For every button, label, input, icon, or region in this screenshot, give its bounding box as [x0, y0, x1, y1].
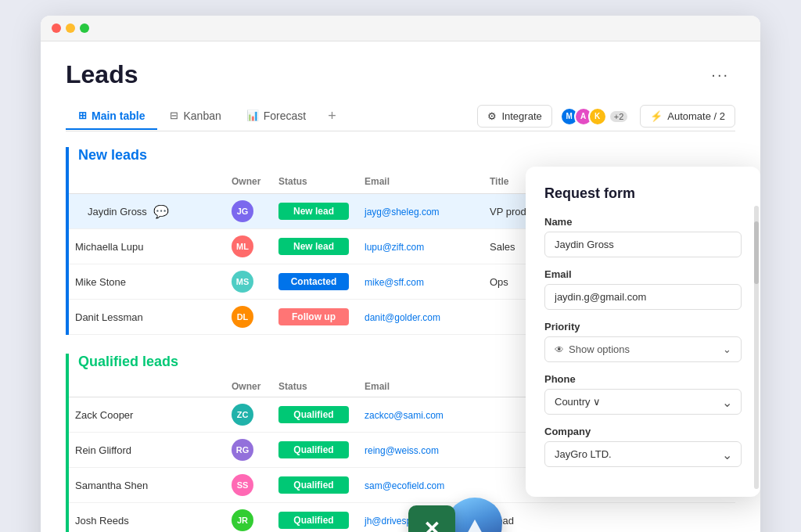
- email-form-group: Email: [544, 268, 742, 310]
- status-cell: New lead: [272, 194, 358, 229]
- name-cell: Michaella Lupu: [75, 241, 219, 253]
- country-select-wrapper: Country ∨ United States Israel Germany: [544, 389, 742, 415]
- row-name: Rein Glifford: [75, 444, 131, 456]
- status-badge: Qualified: [278, 476, 349, 494]
- automate-icon: ⚡: [650, 110, 663, 122]
- status-cell: Qualified: [272, 468, 358, 503]
- new-leads-title: New leads: [69, 147, 735, 164]
- email-cell: lupu@zift.com: [358, 229, 483, 264]
- name-cell: Rein Glifford: [75, 444, 219, 456]
- status-badge: Contacted: [278, 273, 349, 290]
- panel-title: Request form: [544, 185, 742, 202]
- email-link: lupu@zift.com: [365, 242, 424, 253]
- col-header-name: [69, 170, 225, 194]
- row-name: Mike Stone: [75, 276, 126, 288]
- avatar: JR: [232, 509, 253, 531]
- owner-cell: JG: [225, 194, 272, 229]
- more-options-button[interactable]: ···: [705, 63, 735, 87]
- tab-kanban[interactable]: ⊟ Kanban: [157, 103, 233, 130]
- email-link: mike@sff.com: [365, 277, 424, 288]
- status-cell: Contacted: [272, 264, 358, 300]
- integrate-button[interactable]: ⚙ Integrate: [477, 105, 551, 128]
- col-header-name: [69, 376, 225, 397]
- owner-cell: MS: [225, 264, 272, 300]
- name-form-group: Name: [544, 216, 742, 257]
- name-cell: Danit Lessman: [75, 311, 219, 323]
- company-select-wrapper: JayGro LTD. Sheleg Other: [544, 441, 742, 467]
- row-name-cell: Zack Cooper: [69, 397, 225, 433]
- forecast-icon: 📊: [246, 110, 259, 121]
- phone-form-group: Phone Country ∨ United States Israel Ger…: [544, 373, 742, 415]
- tab-main-table[interactable]: ⊞ Main table: [66, 103, 157, 130]
- eye-icon: 👁: [555, 344, 564, 355]
- name-cell: Josh Reeds: [75, 515, 219, 527]
- row-name-cell: Mike Stone: [69, 264, 225, 300]
- name-cell: Zack Cooper: [75, 409, 219, 421]
- row-name-cell: Samantha Shen: [69, 468, 225, 503]
- country-select[interactable]: Country ∨ United States Israel Germany: [544, 389, 742, 415]
- tab-forecast[interactable]: 📊 Forecast: [234, 103, 318, 130]
- request-form-panel: Request form Name Email Priority 👁 Show …: [526, 167, 760, 497]
- minimize-button[interactable]: [66, 23, 75, 33]
- maximize-button[interactable]: [80, 23, 89, 33]
- badge-count: +2: [610, 111, 628, 122]
- company-label: Company: [544, 426, 742, 437]
- close-button[interactable]: [52, 23, 61, 33]
- row-name: Michaella Lupu: [75, 241, 143, 253]
- email-cell: jayg@sheleg.com: [358, 194, 483, 229]
- automate-button[interactable]: ⚡ Automate / 2: [640, 105, 735, 128]
- title-bar: [41, 16, 760, 41]
- chat-icon: 💬: [153, 204, 169, 219]
- status-badge: New lead: [278, 203, 349, 220]
- email-link: danit@golder.com: [365, 312, 440, 323]
- user-badges: M A K +2: [565, 107, 628, 126]
- scrollbar: [754, 206, 759, 489]
- excel-icon: ✕: [408, 505, 455, 532]
- row-name: Jaydin Gross: [88, 206, 147, 217]
- title-cell: Head: [483, 503, 735, 533]
- email-cell: zackco@sami.com: [358, 397, 483, 433]
- monday-icon: [447, 498, 502, 532]
- avatar: JG: [232, 200, 253, 222]
- floating-icons-area: ✕: [408, 498, 502, 532]
- owner-cell: ML: [225, 229, 272, 264]
- chevron-down-icon: ⌄: [723, 343, 731, 355]
- table-row: Josh Reeds JR Qualified jh@drivespot.io: [69, 503, 735, 533]
- owner-cell: RG: [225, 433, 272, 468]
- tabs-right-actions: ⚙ Integrate M A K +2 ⚡ Automate / 2: [477, 105, 735, 128]
- col-header-owner: Owner: [225, 170, 272, 194]
- row-name-cell: Danit Lessman: [69, 300, 225, 335]
- row-name: Josh Reeds: [75, 515, 129, 527]
- row-name: Samantha Shen: [75, 480, 148, 491]
- status-cell: Qualified: [272, 397, 358, 433]
- email-cell: reing@weiss.com: [358, 433, 483, 468]
- status-badge: Qualified: [278, 512, 349, 529]
- email-link: reing@weiss.com: [365, 445, 439, 456]
- page-header: Leads ···: [66, 60, 735, 89]
- show-options-button[interactable]: 👁 Show options ⌄: [544, 336, 742, 362]
- status-cell: New lead: [272, 229, 358, 264]
- email-input[interactable]: [544, 284, 742, 310]
- email-link: jayg@sheleg.com: [365, 207, 440, 217]
- avatar: MS: [232, 271, 253, 293]
- email-link: sam@ecofield.com: [365, 480, 444, 491]
- company-select[interactable]: JayGro LTD. Sheleg Other: [544, 441, 742, 467]
- col-header-email: Email: [358, 376, 483, 397]
- status-cell: Follow up: [272, 300, 358, 335]
- name-input[interactable]: [544, 232, 742, 257]
- col-header-status: Status: [272, 376, 358, 397]
- col-header-owner: Owner: [225, 376, 272, 397]
- name-cell: Jaydin Gross 💬: [75, 204, 219, 219]
- page-title: Leads: [66, 60, 138, 89]
- status-badge: Qualified: [278, 441, 349, 458]
- row-name: Danit Lessman: [75, 311, 143, 323]
- name-cell: Mike Stone: [75, 276, 219, 288]
- table-icon: ⊞: [78, 110, 87, 121]
- avatar: DL: [232, 306, 253, 328]
- add-tab-button[interactable]: +: [318, 102, 346, 131]
- row-name-cell: Michaella Lupu: [69, 229, 225, 264]
- status-cell: Qualified: [272, 433, 358, 468]
- svg-marker-0: [465, 519, 484, 532]
- scrollbar-thumb[interactable]: [754, 221, 759, 284]
- name-cell: Samantha Shen: [75, 480, 219, 491]
